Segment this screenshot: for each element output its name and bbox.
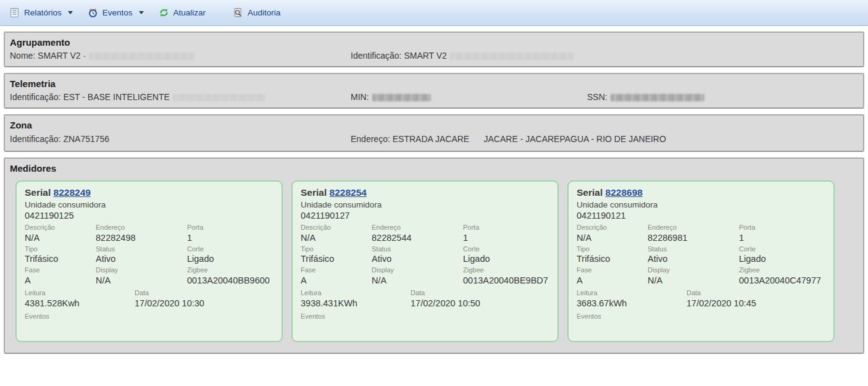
zona-endereco: Endereço: ESTRADA JACARE JACARE - JACARE… <box>351 133 709 145</box>
meter-field: Porta1 <box>463 224 549 245</box>
field-value: 82286981 <box>648 233 739 243</box>
field-value: 0013A20040BB9600 <box>187 275 273 285</box>
zona-identificacao: Identificação: ZNA751756 <box>10 134 351 144</box>
redacted-ssn-value <box>611 94 704 101</box>
meter-serial-line: Serial 8228254 <box>301 187 549 198</box>
toolbar-item-auditoria[interactable]: Auditoria <box>227 4 286 21</box>
meter-field-row: FaseADisplayN/AZigbee0013A20040BB9600 <box>25 266 273 288</box>
field-label: Data <box>686 289 825 298</box>
meter-serial-link[interactable]: 8228249 <box>54 187 91 198</box>
field-label: Status <box>648 245 739 254</box>
meter-field: StatusAtivo <box>372 245 463 267</box>
field-value: 17/02/2020 10:30 <box>135 298 273 308</box>
field-value: Ativo <box>372 254 463 264</box>
field-value: 82282498 <box>96 233 187 243</box>
field-label: Leitura <box>25 289 135 298</box>
field-label: Endereço <box>96 224 187 232</box>
meter-field: Porta1 <box>187 224 273 245</box>
field-label: Corte <box>463 245 549 254</box>
field-value: Ligado <box>463 254 549 264</box>
toolbar-item-eventos[interactable]: Eventos <box>82 4 149 21</box>
meter-card: Serial 8228698Unidade consumidora0421190… <box>567 180 835 342</box>
chevron-down-icon <box>68 11 73 14</box>
field-value: Ligado <box>187 254 273 264</box>
field-label: Endereço <box>648 224 739 232</box>
meter-field: DisplayN/A <box>372 266 463 288</box>
field-value: Trifásico <box>301 254 372 264</box>
meter-field-row: FaseADisplayN/AZigbee0013A20040BE9BD7 <box>301 266 549 288</box>
field-value: 3683.67kWh <box>577 298 686 308</box>
meter-field: Leitura3683.67kWh <box>577 289 686 311</box>
eventos-label: Eventos <box>301 313 549 320</box>
field-label: Endereço <box>372 224 463 232</box>
field-value: 3938.431KWh <box>301 298 411 308</box>
meter-field: Endereço82282544 <box>372 224 463 245</box>
field-value: 1 <box>739 233 825 243</box>
redacted-text <box>450 52 574 60</box>
meter-serial-line: Serial 8228249 <box>25 187 273 198</box>
meter-serial-link[interactable]: 8228698 <box>606 187 643 198</box>
meter-field: Endereço82286981 <box>648 224 739 245</box>
field-value: N/A <box>577 233 648 243</box>
meter-card: Serial 8228249Unidade consumidora0421190… <box>15 180 283 342</box>
telemetria-identificacao: Identificação: EST - BASE INTELIGENTE <box>10 92 351 102</box>
meter-field: CorteLigado <box>187 245 273 267</box>
field-label: Display <box>372 266 463 275</box>
meter-field: TipoTrifásico <box>25 245 96 267</box>
field-label: Fase <box>577 266 648 275</box>
panel-zona: Zona Identificação: ZNA751756 Endereço: … <box>4 114 864 152</box>
report-icon <box>9 7 20 18</box>
field-value: N/A <box>96 275 187 285</box>
field-value: Ativo <box>648 254 739 264</box>
toolbar: Relatórios Eventos Atualizar <box>0 0 868 26</box>
meter-field-row: TipoTrifásicoStatusAtivoCorteLigado <box>577 245 825 267</box>
panel-agrupamento: Agrupamento Nome: SMART V2 · Identificaç… <box>4 31 864 67</box>
meter-field: DisplayN/A <box>648 266 739 288</box>
panel-medidores: Medidores Serial 8228249Unidade consumid… <box>4 157 864 354</box>
meter-field: CorteLigado <box>463 245 549 267</box>
serial-label: Serial <box>301 187 327 198</box>
meter-card: Serial 8228254Unidade consumidora0421190… <box>291 180 559 342</box>
field-value: 0013A20040BE9BD7 <box>463 275 549 285</box>
meter-field-row: FaseADisplayN/AZigbee0013A20040C47977 <box>577 266 825 288</box>
panel-telemetria: Telemetria Identificação: EST - BASE INT… <box>4 73 864 109</box>
field-value: N/A <box>301 233 372 243</box>
meter-reading-row: Leitura4381.528KwhData17/02/2020 10:30 <box>25 289 273 311</box>
field-value: 82282544 <box>372 233 463 243</box>
field-value: 17/02/2020 10:45 <box>686 298 825 308</box>
field-label: Data <box>411 289 549 298</box>
serial-label: Serial <box>25 187 51 198</box>
toolbar-item-atualizar[interactable]: Atualizar <box>153 4 212 21</box>
meter-field: DescriçãoN/A <box>25 224 96 245</box>
uc-label: Unidade consumidora <box>577 200 825 209</box>
alarm-clock-icon <box>88 7 98 18</box>
field-label: Porta <box>739 224 825 232</box>
field-label: Descrição <box>577 224 648 232</box>
meter-serial-link[interactable]: 8228254 <box>330 187 367 198</box>
agrupamento-nome: Nome: SMART V2 · <box>10 51 351 61</box>
toolbar-item-relatorios[interactable]: Relatórios <box>4 4 78 21</box>
meter-field: StatusAtivo <box>96 245 187 267</box>
meter-field: FaseA <box>25 266 96 288</box>
meter-field: Zigbee0013A20040BB9600 <box>187 266 273 288</box>
meter-field: TipoTrifásico <box>577 245 648 267</box>
meter-serial-line: Serial 8228698 <box>577 187 825 198</box>
meter-field: Porta1 <box>739 224 825 245</box>
meter-field: Data17/02/2020 10:50 <box>411 289 549 311</box>
field-value: 17/02/2020 10:50 <box>411 298 549 308</box>
eventos-label: Eventos <box>25 313 273 320</box>
field-label: Tipo <box>301 245 372 254</box>
field-label: Data <box>135 289 273 298</box>
field-label: Corte <box>187 245 273 254</box>
chevron-down-icon <box>139 11 144 14</box>
field-value: Ligado <box>739 254 825 264</box>
meter-field-row: DescriçãoN/AEndereço82286981Porta1 <box>577 224 825 245</box>
field-label: Display <box>648 266 739 275</box>
field-value: A <box>301 275 372 285</box>
field-label: Tipo <box>25 245 96 254</box>
field-value: 1 <box>463 233 549 243</box>
field-value: 4381.528Kwh <box>25 298 135 308</box>
toolbar-item-label: Auditoria <box>248 8 280 17</box>
field-value: Ativo <box>96 254 187 264</box>
meter-field: CorteLigado <box>739 245 825 267</box>
